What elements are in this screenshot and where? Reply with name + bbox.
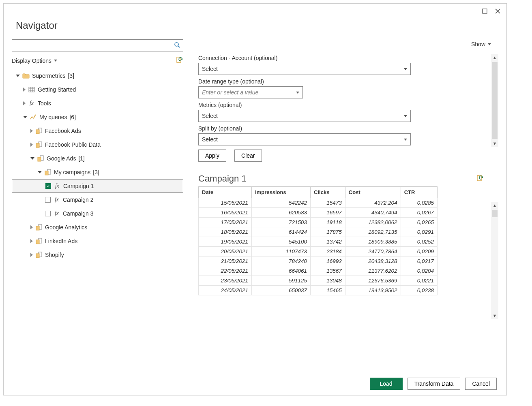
svg-rect-14 xyxy=(36,226,39,230)
scroll-thumb[interactable] xyxy=(492,210,498,217)
scroll-up-icon[interactable]: ▲ xyxy=(493,54,497,61)
checkbox-icon[interactable] xyxy=(45,197,51,203)
table-cell: 0,0217 xyxy=(401,256,437,266)
tree-node-linkedin-ads[interactable]: LinkedIn Ads xyxy=(12,234,183,248)
tree-node-shopify[interactable]: Shopify xyxy=(12,248,183,262)
maximize-button[interactable] xyxy=(479,5,490,17)
titlebar xyxy=(4,4,506,18)
table-row[interactable]: 18/05/20216144241787518092,71350,0291 xyxy=(199,227,438,237)
table-cell: 721503 xyxy=(252,218,311,227)
transform-data-button[interactable]: Transform Data xyxy=(408,378,461,390)
table-cell: 24/05/2021 xyxy=(199,286,252,295)
maximize-icon xyxy=(482,9,487,14)
table-row[interactable]: 24/05/20216500371546519413,95020,0238 xyxy=(199,286,438,295)
search-input[interactable] xyxy=(15,42,174,49)
split-by-select[interactable]: Select xyxy=(198,133,411,145)
table-cell: 0,0238 xyxy=(401,286,437,295)
tree-node-campaign-3[interactable]: fx Campaign 3 xyxy=(12,207,183,220)
divider xyxy=(198,170,484,170)
tree-node-supermetrics[interactable]: Supermetrics [3] xyxy=(12,69,183,83)
refresh-preview-button[interactable] xyxy=(476,175,484,183)
table-row[interactable]: 22/05/20216640611356711377,62020,0204 xyxy=(199,266,438,276)
load-button[interactable]: Load xyxy=(370,378,403,390)
search-box[interactable] xyxy=(12,39,183,51)
metrics-select[interactable]: Select xyxy=(198,110,411,122)
table-cell: 620583 xyxy=(252,208,311,218)
chevron-down-icon xyxy=(54,60,57,62)
table-cell: 23/05/2021 xyxy=(199,276,252,286)
cancel-button[interactable]: Cancel xyxy=(465,378,497,390)
table-cell: 20438,3128 xyxy=(345,256,401,266)
select-value: Select xyxy=(202,66,218,72)
checkbox-icon[interactable] xyxy=(45,211,51,216)
column-header[interactable]: Clicks xyxy=(311,187,345,198)
table-cell: 614424 xyxy=(252,227,311,237)
table-cell: 16597 xyxy=(311,208,345,218)
show-dropdown[interactable]: Show xyxy=(198,39,498,49)
table-row[interactable]: 16/05/2021620583165974340,74940,0267 xyxy=(199,208,438,218)
tree-node-tools[interactable]: fx Tools xyxy=(12,96,183,110)
apply-button[interactable]: Apply xyxy=(198,150,226,162)
scroll-up-icon[interactable]: ▲ xyxy=(493,202,497,209)
table-cell: 13567 xyxy=(311,266,345,276)
table-row[interactable]: 21/05/20217842401699220438,31280,0217 xyxy=(199,256,438,266)
date-range-placeholder: Enter or select a value xyxy=(202,89,258,96)
preview-title: Campaign 1 xyxy=(198,173,247,184)
tree-node-campaign-1[interactable]: ✓ fx Campaign 1 xyxy=(12,179,183,193)
table-cell: 22/05/2021 xyxy=(199,266,252,276)
table-row[interactable]: 23/05/20215911251304812676,53690,0221 xyxy=(199,276,438,286)
scroll-thumb[interactable] xyxy=(492,62,498,139)
table-cell: 17875 xyxy=(311,227,345,237)
svg-rect-6 xyxy=(36,130,39,134)
table-row[interactable]: 19/05/20215451001374218909,38850,0252 xyxy=(199,237,438,247)
table-cell: 0,0291 xyxy=(401,227,437,237)
form-scrollbar[interactable]: ▲ ▼ xyxy=(491,54,498,147)
checkbox-checked-icon[interactable]: ✓ xyxy=(45,183,51,189)
datasource-icon xyxy=(44,169,51,175)
datasource-icon xyxy=(35,252,43,258)
table-cell: 19118 xyxy=(311,218,345,227)
column-header[interactable]: Impressions xyxy=(252,187,311,198)
table-cell: 21/05/2021 xyxy=(199,256,252,266)
table-row[interactable]: 20/05/202111074732318424770,78640,0209 xyxy=(199,247,438,256)
tree-node-facebook-ads[interactable]: Facebook Ads xyxy=(12,124,183,138)
tree-node-google-analytics[interactable]: Google Analytics xyxy=(12,220,183,234)
table-cell: 4340,7494 xyxy=(345,208,401,218)
close-icon xyxy=(495,9,500,14)
clear-button[interactable]: Clear xyxy=(234,150,262,162)
table-row[interactable]: 15/05/2021542242154734372,2040,0285 xyxy=(199,198,438,208)
table-scrollbar[interactable]: ▲ ▼ xyxy=(491,202,498,319)
table-cell: 15473 xyxy=(311,198,345,208)
connection-select[interactable]: Select xyxy=(198,63,411,75)
svg-rect-0 xyxy=(483,9,487,13)
tree-count: [6] xyxy=(69,114,76,120)
column-header[interactable]: Cost xyxy=(345,187,401,198)
refresh-tree-button[interactable] xyxy=(176,56,183,65)
column-header[interactable]: CTR xyxy=(401,187,437,198)
close-button[interactable] xyxy=(492,5,503,17)
table-cell: 664061 xyxy=(252,266,311,276)
tree-node-my-campaigns[interactable]: My campaigns [3] xyxy=(12,165,183,179)
scroll-down-icon[interactable]: ▼ xyxy=(493,312,497,319)
column-header[interactable]: Date xyxy=(199,187,252,198)
tree-node-facebook-public[interactable]: Facebook Public Data xyxy=(12,138,183,152)
tree-node-my-queries[interactable]: My queries [6] xyxy=(12,110,183,124)
display-options-dropdown[interactable]: Display Options xyxy=(12,58,57,64)
search-icon[interactable] xyxy=(174,42,180,49)
table-icon xyxy=(28,87,35,92)
select-value: Select xyxy=(202,113,218,119)
tree-label: Shopify xyxy=(45,252,64,258)
connection-label: Connection - Account (optional) xyxy=(198,55,484,61)
scroll-down-icon[interactable]: ▼ xyxy=(493,140,497,147)
table-row[interactable]: 17/05/20217215031911812382,00620,0265 xyxy=(199,218,438,227)
caret-right-icon xyxy=(30,129,33,133)
page-title: Navigator xyxy=(4,18,506,39)
fx-icon: fx xyxy=(53,210,60,217)
tree-node-google-ads[interactable]: Google Ads [1] xyxy=(12,152,183,165)
tree-node-getting-started[interactable]: Getting Started xyxy=(12,83,183,96)
date-range-select[interactable]: Enter or select a value xyxy=(198,86,303,98)
tree-node-campaign-2[interactable]: fx Campaign 2 xyxy=(12,193,183,207)
table-cell: 19/05/2021 xyxy=(199,237,252,247)
split-by-label: Split by (optional) xyxy=(198,125,484,132)
table-cell: 1107473 xyxy=(252,247,311,256)
